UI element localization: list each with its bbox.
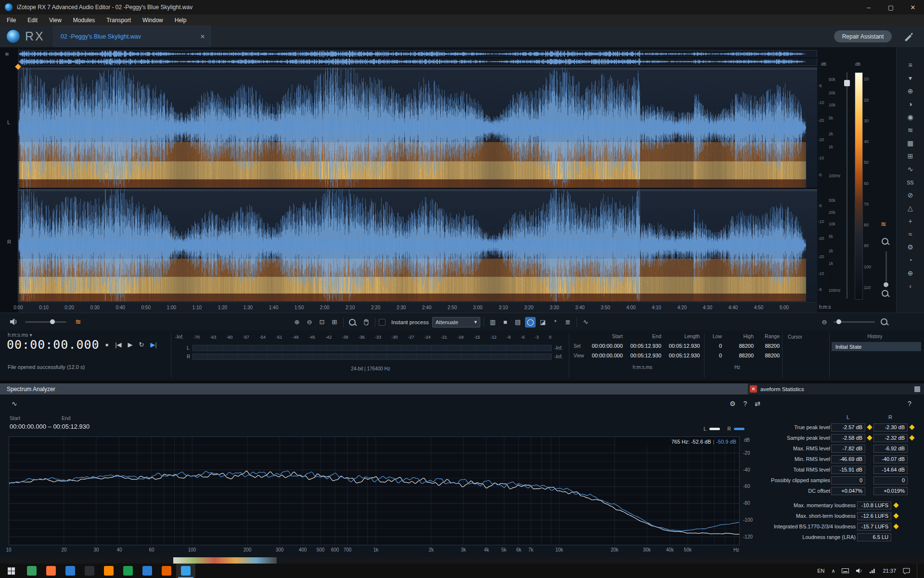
time-frequency-selection-icon[interactable]: ■ bbox=[500, 317, 511, 328]
spectrum-analyzer-icon[interactable]: ∿ bbox=[12, 400, 17, 407]
history-entry[interactable]: Initial State bbox=[832, 342, 921, 351]
waveform-statistics-tab[interactable]: ✕ aveform Statistics bbox=[748, 383, 924, 394]
vertical-zoom-in-icon[interactable] bbox=[882, 238, 888, 246]
settings-gear-icon[interactable]: ⚙ bbox=[907, 244, 913, 251]
language-indicator[interactable]: EN bbox=[817, 568, 824, 574]
document-tab[interactable]: 02 -Peggy's Blue Skylight.wav ✕ bbox=[53, 26, 212, 47]
time-ruler[interactable]: 0:000:100:200:300:400:501:001:101:201:30… bbox=[18, 302, 817, 313]
repair-pen-icon[interactable] bbox=[903, 31, 913, 42]
history-clock-icon[interactable]: ◔ bbox=[908, 257, 912, 264]
help-icon[interactable]: ? bbox=[744, 400, 747, 407]
channel-label-left[interactable]: L bbox=[7, 119, 10, 125]
taskbar-app-rx[interactable] bbox=[176, 564, 195, 578]
monitor-headphones-button[interactable]: ∩ bbox=[94, 341, 99, 348]
network-icon[interactable] bbox=[869, 568, 876, 574]
grab-hand-tool-icon[interactable] bbox=[361, 317, 372, 328]
start-button[interactable] bbox=[0, 564, 22, 578]
monitor-volume-slider[interactable] bbox=[25, 321, 66, 323]
play-selection-button[interactable]: ▶| bbox=[150, 341, 156, 348]
legend-r-swatch[interactable] bbox=[734, 428, 744, 430]
menu-file[interactable]: File bbox=[7, 17, 16, 24]
play-button[interactable]: ▶ bbox=[128, 341, 133, 348]
display-blend-handle[interactable] bbox=[844, 80, 850, 86]
plus-tool-icon[interactable]: + bbox=[908, 218, 912, 225]
dock-handle-icon[interactable] bbox=[914, 386, 920, 392]
channel-label-right[interactable]: R bbox=[7, 239, 11, 245]
magnifier-tool-icon[interactable] bbox=[347, 317, 358, 328]
loop-button[interactable]: ↻ bbox=[139, 341, 144, 348]
zoom-reset-icon[interactable]: ⊡ bbox=[317, 317, 327, 328]
h-zoom-in-icon[interactable] bbox=[879, 316, 889, 327]
spectrum-plot[interactable] bbox=[9, 436, 740, 545]
go-to-start-button[interactable]: |◀ bbox=[115, 341, 121, 348]
overview-strip[interactable] bbox=[18, 50, 817, 66]
menu-transport[interactable]: Transport bbox=[106, 17, 131, 24]
wave-color-icon[interactable]: ≋ bbox=[881, 221, 886, 228]
zoom-tool-icon[interactable]: ⊕ bbox=[908, 270, 913, 277]
wave-balance-icon[interactable]: ≈ bbox=[909, 231, 912, 238]
find-similar-icon[interactable]: ∿ bbox=[580, 317, 591, 328]
touch-keyboard-icon[interactable] bbox=[842, 568, 849, 574]
taskbar-app-browser[interactable] bbox=[157, 564, 176, 578]
lasso-selection-icon[interactable]: ◯ bbox=[525, 317, 536, 328]
display-blend-slider[interactable] bbox=[847, 72, 847, 299]
frequency-selection-icon[interactable]: ▤ bbox=[513, 317, 523, 328]
taskbar-app-explorer[interactable] bbox=[22, 564, 41, 578]
zoom-out-icon[interactable]: ⊖ bbox=[304, 317, 315, 328]
collapse-panel-icon[interactable]: ▾ bbox=[909, 75, 912, 82]
menu-edit[interactable]: Edit bbox=[27, 17, 38, 24]
action-center-icon[interactable] bbox=[903, 568, 910, 574]
h-zoom-handle[interactable] bbox=[836, 319, 841, 324]
monitor-volume-icon[interactable] bbox=[10, 318, 18, 326]
zoom-in-icon[interactable]: ⊕ bbox=[292, 317, 302, 328]
legend-l-swatch[interactable] bbox=[709, 428, 720, 430]
panel-help-icon[interactable]: ? bbox=[908, 400, 911, 407]
taskbar-app-vlc[interactable] bbox=[99, 564, 118, 578]
layout-menu-icon[interactable]: ≡ bbox=[908, 62, 912, 69]
taskbar-app-editor[interactable] bbox=[138, 564, 157, 578]
time-selection-icon[interactable]: ▥ bbox=[488, 317, 498, 328]
menu-help[interactable]: Help bbox=[175, 17, 187, 24]
collapse-left-icon[interactable]: ‹ bbox=[909, 283, 911, 290]
waveform-spectrogram-right[interactable] bbox=[18, 189, 817, 302]
vertical-zoom-slider[interactable] bbox=[886, 251, 887, 281]
display-options-icon[interactable]: ⇄ bbox=[755, 400, 760, 407]
crop-tool-icon[interactable]: ⊞ bbox=[908, 153, 913, 160]
taskbar-app-files[interactable] bbox=[61, 564, 80, 578]
mute-tool-icon[interactable]: ⊘ bbox=[908, 192, 913, 199]
lab-tool-icon[interactable]: △ bbox=[908, 205, 913, 212]
gain-blob-icon[interactable]: ◉ bbox=[907, 114, 913, 121]
tray-expand-icon[interactable]: ∧ bbox=[831, 568, 835, 574]
time-format-selector[interactable]: h:m:s.ms ▾ bbox=[8, 332, 32, 338]
record-button[interactable]: ● bbox=[105, 341, 109, 348]
show-desktop-button[interactable] bbox=[917, 564, 919, 578]
maximize-button[interactable]: ▢ bbox=[880, 0, 902, 14]
menu-window[interactable]: Window bbox=[142, 17, 163, 24]
menu-view[interactable]: View bbox=[49, 17, 62, 24]
taskbar-app-spreadsheet[interactable] bbox=[118, 564, 138, 578]
brush-selection-icon[interactable]: ◪ bbox=[538, 317, 548, 328]
signal-generator-icon[interactable]: ∿ bbox=[908, 166, 913, 173]
menu-modules[interactable]: Modules bbox=[73, 17, 95, 24]
instant-process-checkbox[interactable] bbox=[379, 319, 385, 326]
spectrogram-color-legend[interactable] bbox=[855, 72, 863, 300]
statistics-close-icon[interactable]: ✕ bbox=[750, 385, 757, 393]
spectrogram-settings-icon[interactable]: ≋ bbox=[75, 317, 81, 326]
contrast-icon[interactable]: ◑ bbox=[908, 101, 912, 108]
tab-close-icon[interactable]: ✕ bbox=[200, 33, 205, 40]
spectrogram-grid-icon[interactable]: ▦ bbox=[907, 140, 913, 147]
list-edit-icon[interactable]: ≣ bbox=[563, 317, 573, 328]
de-noise-icon[interactable]: ≋ bbox=[908, 127, 913, 134]
overview-options-icon[interactable]: ≋ bbox=[5, 51, 9, 57]
volume-icon[interactable] bbox=[856, 568, 862, 574]
vertical-zoom-out-icon[interactable] bbox=[882, 290, 888, 298]
minimize-button[interactable]: – bbox=[858, 0, 880, 14]
taskbar-app-firefox[interactable] bbox=[41, 564, 61, 578]
monitor-volume-handle[interactable] bbox=[50, 319, 55, 324]
h-zoom-slider[interactable] bbox=[834, 321, 875, 323]
zoom-time-icon[interactable]: ⊕ bbox=[908, 88, 913, 95]
settings-gear-icon[interactable]: ⚙ bbox=[730, 400, 736, 407]
spectral-repair-icon[interactable]: ss bbox=[907, 179, 914, 186]
close-button[interactable]: ✕ bbox=[902, 0, 924, 14]
h-zoom-out-icon[interactable]: ⊖ bbox=[819, 316, 830, 327]
